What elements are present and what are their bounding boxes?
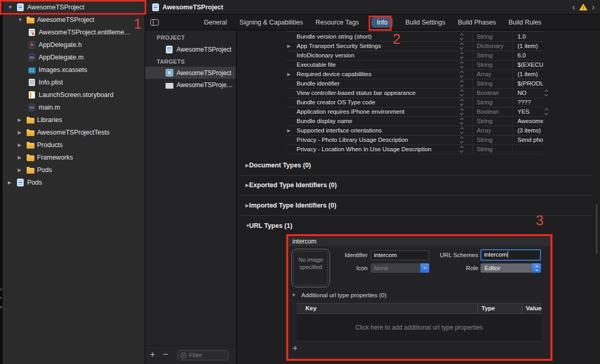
disclosure-triangle-icon[interactable]: ▶ [287, 42, 290, 51]
plist-value[interactable]: ???? [517, 98, 543, 107]
plist-row[interactable]: Bundle display nameStringAwesome [287, 117, 543, 126]
tab-build-rules[interactable]: Build Rules [509, 19, 542, 26]
tab-signing-capabilities[interactable]: Signing & Capabilities [240, 19, 303, 26]
key-stepper[interactable] [461, 100, 463, 105]
plist-row[interactable]: Privacy - Photo Library Usage Descriptio… [287, 136, 543, 145]
key-stepper[interactable] [461, 109, 463, 114]
navigator-item[interactable]: ▶Pods [3, 164, 145, 176]
section-document-types-[interactable]: ▶Document Types (0) [240, 155, 593, 176]
disclosure-triangle-icon[interactable]: ▼ [8, 5, 16, 10]
navigator-item[interactable]: Info.plist [3, 76, 145, 89]
disclosure-triangle-icon[interactable]: ▶ [287, 70, 290, 79]
plist-value[interactable]: $(EXECU [517, 60, 543, 69]
remove-target-button[interactable]: − [163, 349, 168, 360]
add-property-row[interactable]: Click here to add additional url type pr… [297, 314, 542, 342]
key-stepper[interactable] [461, 147, 463, 152]
tab-general[interactable]: General [204, 19, 227, 26]
navigator-item[interactable]: Images.xcassets [3, 64, 145, 76]
section-exported-type-identifiers-[interactable]: ▶Exported Type Identifiers (0) [240, 176, 593, 196]
plist-row[interactable]: ▶Required device capabilitiesArray(1 ite… [287, 70, 543, 79]
key-stepper[interactable] [461, 118, 463, 124]
add-target-button[interactable]: + [150, 349, 155, 360]
navigator-item[interactable]: LaunchScreen.storyboard [3, 89, 145, 101]
plist-row[interactable]: Bundle creator OS Type codeString???? [287, 98, 543, 107]
plist-row[interactable]: View controller-based status bar appeara… [287, 89, 543, 98]
filter-field[interactable]: Filter [178, 350, 229, 360]
key-stepper[interactable] [461, 53, 463, 58]
plist-value[interactable]: (1 item) [517, 70, 543, 79]
plist-value[interactable]: 1.0 [517, 32, 543, 41]
plist-row[interactable]: ▶App Transport Security SettingsDictiona… [287, 42, 543, 51]
plist-row[interactable]: ▶Supported interface orientationsArray(3… [287, 126, 543, 136]
warning-icon[interactable]: ! [579, 4, 587, 11]
forward-button[interactable]: › [592, 1, 595, 14]
navigator-item[interactable]: mAppDelegate.m [3, 51, 145, 64]
navigator-item[interactable]: AwesomeTSProject.entitleme... [3, 26, 145, 39]
disclosure-triangle-icon[interactable]: ▶ [18, 130, 26, 135]
disclosure-triangle-icon[interactable]: ▶ [287, 126, 290, 135]
section-imported-type-identifiers-[interactable]: ▶Imported Type Identifiers (0) [240, 196, 593, 216]
url-type-image-well[interactable]: No image specified [291, 249, 330, 287]
disclosure-triangle-icon[interactable]: ▼ [291, 293, 301, 298]
plist-row[interactable]: Executable fileString$(EXECU [287, 60, 543, 70]
boolean-value-stepper[interactable] [545, 109, 548, 114]
project-item[interactable]: AwesomeTSProject [145, 44, 236, 55]
key-stepper[interactable] [461, 81, 463, 86]
navigator-item[interactable]: hAppDelegate.h [3, 39, 145, 51]
navigator-item[interactable]: ▶Pods [3, 176, 145, 189]
key-stepper[interactable] [461, 128, 463, 133]
plist-row[interactable]: Bundle identifierString$(PRODU [287, 79, 543, 89]
section-url-types-[interactable]: ▼URL Types (1) [240, 216, 593, 236]
boolean-value-stepper[interactable] [545, 90, 548, 95]
key-stepper[interactable] [461, 62, 463, 67]
key-stepper[interactable] [461, 137, 463, 142]
navigator-item[interactable]: ▶AwesomeTSProjectTests [3, 126, 145, 139]
tab-build-settings[interactable]: Build Settings [405, 19, 445, 26]
plist-value[interactable]: Awesome [517, 117, 543, 126]
disclosure-triangle-icon[interactable]: ▶ [18, 155, 26, 160]
plist-row[interactable]: Bundle version string (short)String1.0 [287, 32, 543, 42]
window-tab[interactable]: AwesomeTSProject [152, 0, 223, 15]
role-dropdown-button[interactable] [532, 263, 541, 273]
disclosure-triangle-icon[interactable]: ▶ [18, 117, 26, 123]
navigator-item[interactable]: mmain.m [3, 101, 145, 114]
navigator-item[interactable]: ▼AwesomeTSProject [3, 1, 145, 14]
back-button[interactable]: ‹ [572, 1, 575, 14]
disclosure-triangle-icon[interactable]: ▶ [18, 167, 26, 173]
disclosure-triangle-icon[interactable]: ▶ [240, 183, 249, 188]
disclosure-triangle-icon[interactable]: ▼ [18, 17, 26, 22]
key-stepper[interactable] [461, 90, 463, 95]
target-item[interactable]: AwesomeTSProject... [145, 79, 236, 91]
add-url-type-button[interactable]: + [292, 344, 298, 353]
key-stepper[interactable] [461, 71, 463, 77]
disclosure-triangle-icon[interactable]: ▼ [240, 223, 249, 228]
plist-row[interactable]: Application requires iPhone environmentB… [287, 107, 543, 117]
url-schemes-field[interactable]: intercom [480, 249, 541, 261]
tab-resource-tags[interactable]: Resource Tags [315, 19, 359, 26]
scrollbar[interactable] [596, 204, 597, 254]
plist-value[interactable]: NO [517, 89, 543, 98]
disclosure-triangle-icon[interactable]: ▶ [8, 180, 16, 185]
plist-value[interactable]: Send pho [517, 136, 543, 144]
tab-info[interactable]: Info [371, 17, 393, 28]
plist-row[interactable]: InfoDictionary versionString6.0 [287, 51, 543, 60]
plist-value[interactable]: $(PRODU [517, 79, 543, 88]
disclosure-triangle-icon[interactable]: ▶ [240, 163, 249, 168]
plist-row[interactable]: Privacy - Location When In Use Usage Des… [287, 145, 543, 154]
navigator-item[interactable]: ▶Frameworks [3, 151, 145, 164]
navigator-item[interactable]: ▶Products [3, 139, 145, 151]
navigator-item[interactable]: ▶Libraries [3, 114, 145, 126]
key-stepper[interactable] [461, 43, 463, 48]
plist-value[interactable]: (3 items) [517, 126, 543, 135]
additional-properties-header[interactable]: ▼ Additional url type properties (0) [291, 292, 386, 298]
disclosure-triangle-icon[interactable]: ▶ [240, 203, 249, 208]
disclosure-triangle-icon[interactable]: ▶ [18, 142, 26, 148]
plist-value[interactable]: YES [517, 107, 543, 116]
tab-build-phases[interactable]: Build Phases [458, 19, 496, 26]
icon-dropdown[interactable]: None [371, 263, 429, 273]
identifier-field[interactable]: intercom [371, 250, 429, 260]
navigator-item[interactable]: ▼AwesomeTSProject [3, 14, 145, 26]
plist-value[interactable]: (1 item) [517, 42, 543, 51]
key-stepper[interactable] [461, 34, 463, 39]
target-item[interactable]: AwesomeTSProject [145, 67, 236, 79]
